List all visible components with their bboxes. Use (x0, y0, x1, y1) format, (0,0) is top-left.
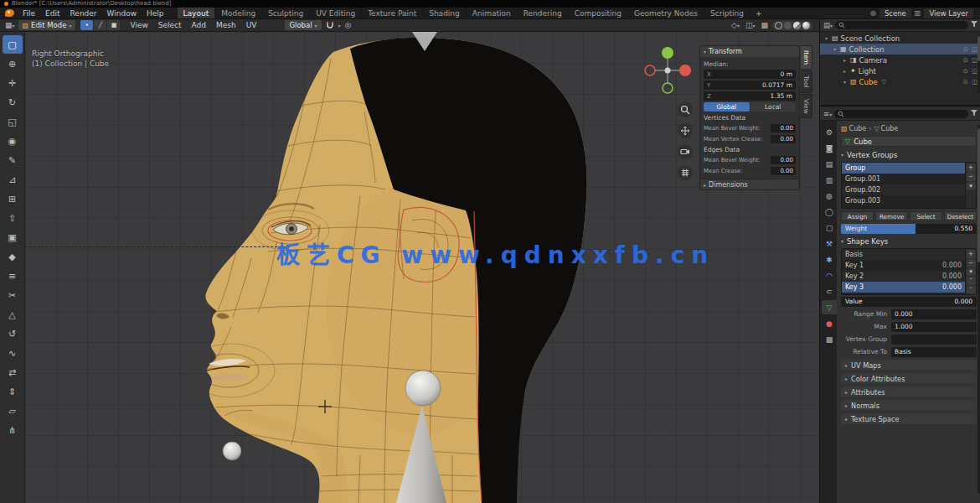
hide-toggle-icon[interactable]: ⊙ (963, 56, 968, 64)
properties-tab[interactable]: ▢ (822, 220, 837, 235)
collapsed-panel-header[interactable]: ▸ Color Attributes (841, 373, 977, 384)
properties-tab[interactable]: ▩ (822, 332, 837, 346)
solid-shading-button[interactable] (784, 22, 792, 29)
list-button[interactable]: ˅ (967, 286, 976, 294)
axis-x-handle[interactable] (679, 65, 691, 76)
sidebar-tab[interactable]: Tool (801, 70, 812, 93)
expand-caret-icon[interactable]: ▸ (842, 57, 848, 63)
render-toggle-icon[interactable]: ◫ (972, 56, 977, 64)
camera-view-icon[interactable] (678, 144, 693, 159)
workspace-tab[interactable]: Sculpting (262, 8, 310, 18)
tool-button[interactable]: ∿ (3, 344, 23, 362)
render-toggle-icon[interactable]: ◫ (972, 78, 977, 86)
axis-z-neg-handle[interactable] (663, 83, 673, 93)
properties-tab[interactable]: ▥ (822, 173, 837, 187)
list-button[interactable]: + (967, 163, 976, 172)
render-toggle-icon[interactable]: ◫ (972, 67, 977, 75)
rendered-shading-button[interactable] (802, 22, 810, 29)
vertex-groups-panel-header[interactable]: ▾ Vertex Groups (841, 149, 977, 160)
tool-button[interactable]: ▣ (3, 228, 23, 246)
median-field[interactable]: Y 0.0717 m (704, 80, 796, 90)
bone-tail-sphere[interactable] (223, 442, 241, 460)
tool-button[interactable]: ✂ (3, 286, 23, 304)
expand-caret-icon[interactable]: ▾ (832, 46, 838, 52)
properties-search-input[interactable] (834, 110, 968, 118)
properties-tab[interactable]: ◯ (822, 205, 837, 219)
filter-icon[interactable] (971, 21, 977, 29)
workspace-tab[interactable]: Scripting (704, 8, 750, 18)
shape-key-value-slider[interactable]: Value 0.000 (841, 297, 977, 307)
vertex-group-row[interactable]: Group.003 (842, 195, 965, 206)
action-button[interactable]: Assign (841, 211, 874, 221)
relative-to-dropdown[interactable]: Basis (891, 347, 977, 357)
bone-head-sphere[interactable] (405, 371, 441, 406)
sidebar-tab[interactable]: Item (801, 45, 812, 70)
tool-button[interactable]: ◱ (3, 112, 23, 131)
editor-type-icon[interactable]: ▦▾ (3, 21, 17, 29)
tool-button[interactable]: ⇄ (3, 363, 23, 381)
list-button[interactable]: ˄ (967, 277, 976, 285)
orientation-dropdown[interactable]: Global ▾ (285, 20, 321, 30)
head-model[interactable] (188, 38, 587, 503)
tool-button[interactable]: ↺ (3, 324, 23, 343)
workspace-tab[interactable]: Geometry Nodes (628, 8, 704, 18)
3d-viewport[interactable]: Right Orthographic(1) Collection | Cube … (25, 32, 819, 503)
overlays-icon[interactable]: ◫▾ (744, 21, 757, 29)
median-field[interactable]: X 0 m (704, 70, 796, 79)
list-button[interactable]: ▾ (967, 268, 976, 277)
range-max-field[interactable]: 1.000 (891, 322, 977, 332)
snap-options-dropdown[interactable]: ▾ (338, 23, 341, 29)
expand-caret-icon[interactable]: ▾ (823, 35, 829, 41)
properties-tab[interactable]: ◍ (822, 189, 837, 203)
mesh-data-name-field[interactable]: ▽ Cube (841, 136, 977, 147)
tool-button[interactable]: ≡ (3, 267, 23, 285)
proportional-edit-icon[interactable]: ◎ (343, 21, 353, 29)
outliner-search-input[interactable] (835, 21, 968, 29)
workspace-tab[interactable]: Layout (178, 8, 216, 18)
properties-tab[interactable]: ◙ (822, 141, 837, 155)
tool-button[interactable]: ▢ (3, 35, 23, 54)
data-row-value[interactable]: 0.00 (771, 167, 796, 175)
workspace-tab[interactable]: Compositing (569, 8, 628, 18)
vertex-group-field[interactable] (891, 334, 977, 345)
viewport-menu[interactable]: View (125, 19, 152, 31)
blender-logo-icon[interactable] (5, 9, 14, 17)
menubar-menu[interactable]: Window (102, 8, 142, 18)
hide-toggle-icon[interactable]: ⊙ (963, 45, 968, 53)
scene-selector[interactable]: Scene (879, 8, 911, 18)
dimensions-panel-header[interactable]: ▸ Dimensions (700, 179, 799, 189)
expand-caret-icon[interactable]: ▾ (842, 79, 848, 85)
vertex-select-button[interactable]: • (80, 20, 93, 30)
menubar-menu[interactable]: Edit (40, 8, 64, 18)
data-row-value[interactable]: 0.00 (771, 124, 796, 132)
tool-button[interactable]: ⊕ (3, 54, 23, 73)
space-toggle-button[interactable]: Local (750, 102, 797, 111)
tool-button[interactable]: ◉ (3, 132, 23, 150)
data-row-value[interactable]: 0.00 (771, 156, 796, 164)
viewport-menu[interactable]: Select (153, 19, 187, 31)
collapsed-panel-header[interactable]: ▸ UV Maps (841, 360, 977, 371)
properties-tab[interactable]: ⚙ (822, 125, 837, 139)
snap-magnet-icon[interactable] (324, 21, 336, 29)
wireframe-shading-button[interactable] (775, 22, 782, 29)
action-button[interactable]: Deselect (944, 211, 977, 221)
tool-button[interactable]: ⇧ (3, 209, 23, 227)
render-toggle-icon[interactable]: ◫ (972, 45, 977, 53)
shape-keys-panel-header[interactable]: ▾ Shape Keys (841, 236, 977, 246)
move-view-icon[interactable] (678, 123, 693, 138)
tool-button[interactable]: ◆ (3, 247, 23, 266)
properties-tab[interactable]: ⊂ (822, 284, 837, 298)
collapsed-panel-header[interactable]: ▸ Attributes (841, 386, 977, 397)
shape-key-row[interactable]: Basis (842, 249, 965, 260)
tool-button[interactable]: ⊿ (3, 170, 23, 189)
shape-key-row[interactable]: Key 1 0.000 (842, 260, 965, 271)
collapsed-panel-header[interactable]: ▸ Normals (841, 400, 977, 411)
median-field[interactable]: Z 1.35 m (704, 91, 796, 101)
outliner-row[interactable]: ▾ ▤ Scene Collection ⊙ ◫ (820, 33, 980, 44)
tool-button[interactable]: ⋔ (3, 421, 23, 439)
properties-tab[interactable]: ◠ (822, 268, 837, 283)
axis-z-handle[interactable] (662, 47, 673, 59)
add-workspace-button[interactable]: + (750, 9, 767, 18)
material-shading-button[interactable] (793, 22, 801, 29)
data-row-value[interactable]: 0.00 (771, 135, 796, 143)
